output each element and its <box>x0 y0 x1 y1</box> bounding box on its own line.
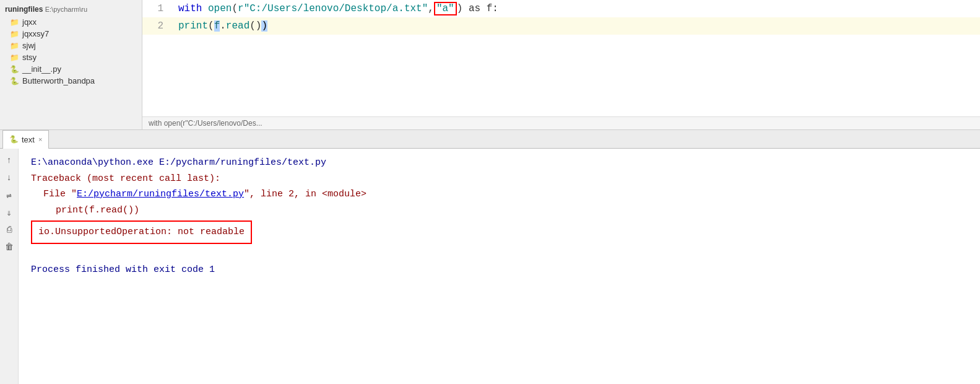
code-panel: 1 with open(r"C:/Users/lenovo/Desktop/a.… <box>142 0 980 129</box>
terminal-blank-line <box>31 247 968 263</box>
terminal-exit-line: Process finished with exit code 1 <box>31 262 968 278</box>
sidebar-item-butterworth[interactable]: 🐍 Butterworth_bandpa <box>0 75 142 87</box>
code-breadcrumb: with open(r"C:/Users/lenovo/Des... <box>142 116 980 129</box>
terminal-error-line: io.UnsupportedOperation: not readable <box>31 218 968 247</box>
line-number-2: 2 <box>142 20 173 32</box>
python-file-icon: 🐍 <box>10 77 19 85</box>
sidebar-item-jqxxsy7[interactable]: 📁 jqxxsy7 <box>0 28 142 40</box>
code-line-1: 1 with open(r"C:/Users/lenovo/Desktop/a.… <box>142 0 980 17</box>
folder-icon: 📁 <box>10 41 19 50</box>
terminal-toolbar: ↑ ↓ ⇌ ⇓ ⎙ 🗑 <box>0 149 19 384</box>
error-box: io.UnsupportedOperation: not readable <box>31 220 252 244</box>
cursor: ) <box>261 20 267 32</box>
tab-file-icon: 🐍 <box>9 135 19 144</box>
code-lines: 1 with open(r"C:/Users/lenovo/Desktop/a.… <box>142 0 980 116</box>
folder-icon: 📁 <box>10 53 19 62</box>
tab-close-button[interactable]: × <box>38 136 42 143</box>
up-arrow-button[interactable]: ↑ <box>2 154 16 167</box>
code-content-1: with open(r"C:/Users/lenovo/Desktop/a.tx… <box>173 3 980 14</box>
function-open: open <box>208 3 232 14</box>
tab-text[interactable]: 🐍 text × <box>2 130 49 149</box>
sidebar-item-jqxx[interactable]: 📁 jqxx <box>0 16 142 28</box>
tab-bar: 🐍 text × <box>0 130 980 149</box>
code-content-2: print(f.read()) <box>173 20 980 32</box>
line-number-1: 1 <box>142 3 173 14</box>
var-f-selected: f <box>214 20 220 32</box>
folder-icon: 📁 <box>10 18 19 27</box>
python-file-icon: 🐍 <box>10 65 19 74</box>
print-button[interactable]: ⎙ <box>2 223 16 237</box>
terminal-line-1: E:\anaconda\python.exe E:/pycharm/runing… <box>31 155 968 171</box>
keyword-with: with <box>178 3 208 14</box>
terminal-file-link[interactable]: E:/pycharm/runingfiles/text.py <box>77 189 244 199</box>
sidebar-item-init-py[interactable]: 🐍 __init__.py <box>0 63 142 75</box>
import-button[interactable]: ⇓ <box>2 206 16 219</box>
folder-icon: 📁 <box>10 30 19 38</box>
terminal-line-3: File "E:/pycharm/runingfiles/text.py", l… <box>31 186 968 203</box>
sidebar-item-sjwj[interactable]: 📁 sjwj <box>0 40 142 51</box>
sidebar-title: runingfiles E:\pycharm\ru <box>0 2 142 16</box>
terminal-line-4: print(f.read()) <box>31 203 968 219</box>
keyword-as: ) as <box>457 3 480 14</box>
fn-print: print <box>178 20 208 32</box>
string-mode-boxed: "a" <box>434 2 457 15</box>
sidebar: runingfiles E:\pycharm\ru 📁 jqxx 📁 jqxxs… <box>0 0 142 129</box>
align-button[interactable]: ⇌ <box>2 188 16 202</box>
code-line-2: 2 print(f.read()) <box>142 17 980 35</box>
string-path: r"C:/Users/lenovo/Desktop/a.txt" <box>238 3 428 14</box>
sidebar-item-stsy[interactable]: 📁 stsy <box>0 51 142 63</box>
tab-label: text <box>22 135 35 144</box>
editor-area: runingfiles E:\pycharm\ru 📁 jqxx 📁 jqxxs… <box>0 0 980 130</box>
terminal-area: ↑ ↓ ⇌ ⇓ ⎙ 🗑 E:\anaconda\python.exe E:/py… <box>0 149 980 384</box>
fn-read: read <box>226 20 249 32</box>
delete-button[interactable]: 🗑 <box>2 240 16 254</box>
terminal-output: E:\anaconda\python.exe E:/pycharm/runing… <box>19 149 980 384</box>
down-arrow-button[interactable]: ↓ <box>2 171 16 185</box>
terminal-line-2: Traceback (most recent call last): <box>31 171 968 187</box>
